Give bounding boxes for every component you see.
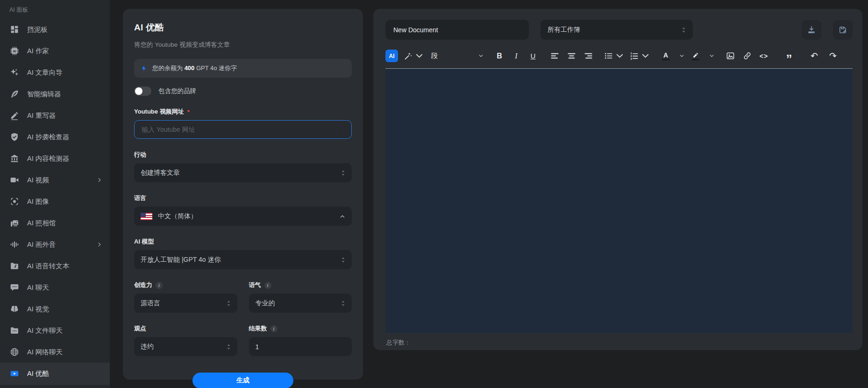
align-left-button[interactable] — [549, 50, 560, 62]
brand-toggle-label: 包含您的品牌 — [158, 87, 196, 95]
balance-banner: 您的余额为 400 GPT 4o 迷你字 — [134, 59, 352, 78]
us-flag-icon — [141, 213, 152, 220]
workbook-select[interactable]: 所有工作簿 — [541, 20, 693, 40]
action-label: 行动 — [134, 151, 352, 159]
video-camera-icon — [10, 175, 19, 185]
sidebar-item-label: AI 聊天 — [27, 283, 102, 292]
color-swatch-bar — [692, 59, 699, 60]
sidebar-item-label: AI 语音转文本 — [27, 262, 102, 271]
sidebar-item-ai-chat[interactable]: AI 聊天 — [0, 277, 110, 298]
align-center-icon — [567, 51, 576, 60]
sidebar-item-smart-editor[interactable]: 智能编辑器 — [0, 83, 110, 105]
language-select[interactable]: 中文（简体） — [134, 207, 352, 226]
sidebar-item-label: 挡泥板 — [27, 25, 102, 34]
sidebar-divider — [0, 384, 110, 385]
bullet-list-icon — [604, 51, 613, 60]
tone-label: 语气 i — [249, 281, 352, 289]
text-color-button[interactable]: A — [660, 50, 671, 62]
highlight-color-button[interactable] — [690, 50, 701, 62]
sidebar-item-plagiarism-checker[interactable]: AI 抄袭检查器 — [0, 126, 110, 148]
sidebar-header: AI 面板 — [0, 0, 110, 14]
save-edit-icon — [838, 25, 847, 35]
download-icon — [807, 25, 816, 35]
sidebar-item-label: AI 网络聊天 — [27, 348, 102, 357]
align-left-icon — [550, 51, 559, 60]
sidebar-item-voiceover[interactable]: AI 画外音 — [0, 234, 110, 255]
sidebar-item-rewriter[interactable]: AI 重写器 — [0, 105, 110, 126]
pov-group: 观点 违约 — [134, 313, 237, 356]
sidebar-item-dashboard[interactable]: 挡泥板 — [0, 19, 110, 40]
brain-icon — [10, 304, 19, 314]
results-count-input[interactable] — [256, 343, 346, 351]
pov-label: 观点 — [134, 324, 237, 333]
tone-select[interactable]: 专业的 — [249, 294, 352, 313]
sidebar-item-ai-video[interactable]: AI 视频 — [0, 169, 110, 191]
sidebar-item-label: AI 视频 — [27, 176, 89, 185]
sidebar-item-ai-vision[interactable]: AI 视觉 — [0, 298, 110, 320]
download-button[interactable] — [802, 20, 821, 40]
balance-text: 您的余额为 400 GPT 4o 迷你字 — [152, 64, 237, 72]
sidebar-item-ai-writer[interactable]: AI AI 作家 — [0, 40, 110, 62]
undo-button[interactable]: ↶ — [809, 50, 820, 62]
sidebar-item-file-chat[interactable]: AI 文件聊天 — [0, 320, 110, 341]
align-center-button[interactable] — [566, 50, 577, 62]
bullet-list-button[interactable] — [604, 50, 624, 62]
chevron-down-icon[interactable] — [679, 53, 684, 58]
redo-button[interactable]: ↷ — [827, 50, 839, 62]
generate-button[interactable]: 生成 — [192, 373, 293, 388]
required-asterisk: * — [187, 108, 190, 115]
link-icon — [743, 51, 752, 60]
model-select[interactable]: 开放人工智能 |GPT 4o 迷你 — [134, 250, 352, 269]
info-icon[interactable]: i — [270, 325, 277, 332]
sidebar-item-photo-studio[interactable]: AI 照相馆 — [0, 212, 110, 234]
chevron-down-icon[interactable] — [709, 53, 714, 58]
results-count-field — [249, 337, 352, 356]
document-title-input[interactable] — [385, 20, 529, 40]
align-right-button[interactable] — [583, 50, 594, 62]
toggle-knob — [135, 87, 142, 95]
editor-content-area[interactable] — [385, 68, 853, 333]
creativity-group: 创造力 i 源语言 — [134, 269, 237, 313]
action-select[interactable]: 创建博客文章 — [134, 163, 352, 182]
ai-tools-button[interactable]: AI — [385, 50, 398, 62]
insert-image-button[interactable] — [725, 50, 736, 62]
numbered-list-button[interactable]: 123 — [630, 50, 650, 62]
insert-link-button[interactable] — [741, 50, 753, 62]
sidebar-item-label: AI 重写器 — [27, 111, 102, 120]
balance-value: 400 — [185, 65, 195, 72]
sidebar-item-ai-youtube[interactable]: AI 优酷 — [0, 363, 110, 384]
dashboard-icon — [10, 25, 19, 34]
results-label: 结果数 i — [249, 324, 352, 333]
sidebar-item-article-wizard[interactable]: AI 文章向导 — [0, 62, 110, 83]
results-group: 结果数 i — [249, 313, 352, 356]
page-subtitle: 将您的 Youtube 视频变成博客文章 — [134, 41, 352, 49]
info-icon[interactable]: i — [156, 282, 163, 289]
chevron-right-icon — [97, 177, 102, 183]
chevron-up-icon — [340, 214, 345, 219]
italic-button[interactable]: I — [511, 50, 522, 62]
include-brand-toggle[interactable] — [134, 86, 151, 96]
sidebar-item-label: AI 画外音 — [27, 240, 89, 249]
code-button[interactable]: <> — [758, 50, 769, 62]
sidebar-item-speech-to-text[interactable]: AI 语音转文本 — [0, 255, 110, 277]
word-count-label: 总字数： — [386, 338, 411, 347]
globe-icon — [10, 347, 19, 357]
info-icon[interactable]: i — [264, 282, 271, 289]
magic-wand-button[interactable] — [404, 50, 424, 62]
save-document-button[interactable] — [833, 20, 853, 40]
sidebar-item-web-chat[interactable]: AI 网络聊天 — [0, 341, 110, 363]
paragraph-format-select[interactable]: 段 — [431, 51, 484, 60]
sidebar-item-content-detector[interactable]: AI 内容检测器 — [0, 148, 110, 169]
pov-select[interactable]: 违约 — [134, 337, 237, 356]
sidebar-item-label: AI 内容检测器 — [27, 154, 102, 163]
bold-button[interactable]: B — [494, 50, 505, 62]
select-arrows-icon — [341, 170, 345, 176]
waveform-icon — [10, 240, 19, 249]
ai-chip-icon: AI — [10, 46, 19, 56]
document-editor-panel: 所有工作簿 AI 段 B I U — [373, 9, 862, 350]
underline-button[interactable]: U — [527, 50, 539, 62]
creativity-select[interactable]: 源语言 — [134, 294, 237, 313]
blockquote-button[interactable]: ” — [783, 50, 795, 62]
sidebar-item-ai-image[interactable]: AI 图像 — [0, 191, 110, 212]
youtube-url-input[interactable] — [142, 126, 344, 133]
